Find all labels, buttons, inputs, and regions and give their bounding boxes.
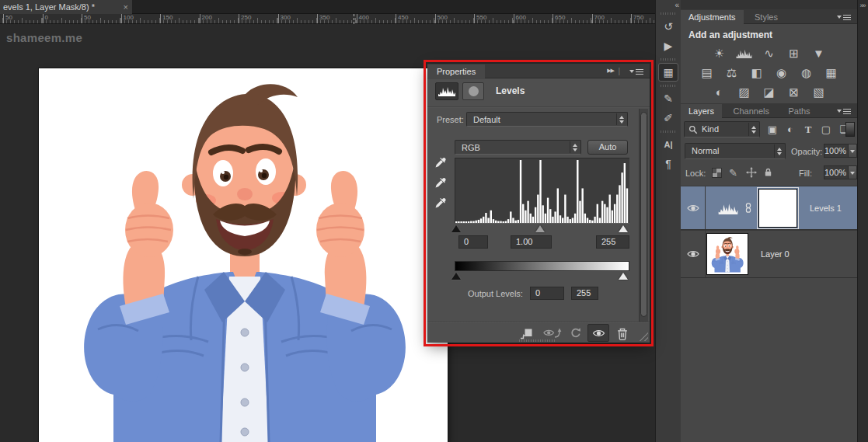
actions-panel-icon[interactable]: ▶	[658, 37, 678, 55]
adjustment-layer-thumbnail[interactable]	[718, 202, 738, 214]
black-white-icon[interactable]: ◧	[748, 66, 765, 79]
canvas[interactable]	[39, 68, 448, 442]
mask-icon[interactable]	[462, 82, 484, 100]
opacity-value[interactable]: 100%	[824, 144, 849, 158]
blend-mode-value: Normal	[692, 146, 719, 155]
brightness-contrast-icon[interactable]: ☀	[711, 47, 727, 60]
panel-group-header	[681, 0, 857, 9]
color-lookup-icon[interactable]: ▦	[823, 66, 839, 79]
white-point-eyedropper-icon[interactable]	[434, 196, 448, 209]
lock-transparency-icon[interactable]	[712, 168, 722, 178]
properties-scrollbar[interactable]	[639, 109, 648, 322]
layer-mask-thumbnail[interactable]	[758, 189, 797, 228]
kind-label: Kind	[702, 124, 719, 134]
eye-icon	[592, 329, 605, 338]
lock-position-icon[interactable]	[746, 167, 757, 178]
horizontal-ruler[interactable]: 5005010015020025030035040045050055060065…	[0, 14, 655, 24]
output-shadow-input[interactable]: 0	[530, 287, 564, 300]
output-shadow-slider[interactable]	[451, 273, 461, 280]
layer-filter-kind-select[interactable]: Kind	[684, 121, 760, 137]
panel-menu-icon[interactable]	[837, 14, 851, 20]
tab-close-icon[interactable]: ×	[124, 0, 128, 14]
blend-mode-select[interactable]: Normal	[685, 143, 786, 159]
document-tab[interactable]: evels 1, Layer Mask/8) * ×	[0, 0, 132, 14]
layers-panel-menu-icon[interactable]	[837, 108, 851, 114]
exposure-icon[interactable]: ⊞	[786, 47, 802, 60]
vibrance-icon[interactable]: ▼	[810, 47, 827, 60]
reset-adjustment-icon[interactable]	[569, 327, 583, 339]
selective-color-icon[interactable]: ▧	[810, 85, 827, 99]
tab-channels[interactable]: Channels	[725, 104, 776, 119]
properties-menu-icon[interactable]	[629, 68, 643, 75]
scrollbar-thumb[interactable]	[640, 112, 647, 317]
gradient-map-icon[interactable]: ⊠	[786, 85, 802, 99]
properties-panel-icon[interactable]: ▦	[658, 63, 678, 82]
gamma-input[interactable]: 1.00	[511, 235, 552, 249]
toggle-visibility-button[interactable]	[587, 324, 609, 342]
gray-point-eyedropper-icon[interactable]	[434, 176, 448, 189]
adjustment-icon-row: ▤⚖◧◉◍▦	[681, 66, 857, 79]
posterize-icon[interactable]: ▨	[736, 85, 752, 99]
levels-icon[interactable]	[736, 47, 752, 60]
collapse-panels-icon[interactable]: «	[656, 0, 681, 9]
shadow-input[interactable]: 0	[458, 235, 488, 249]
tab-layers[interactable]: Layers	[681, 104, 722, 119]
filter-type-layers-icon[interactable]: T	[801, 123, 815, 137]
tab-adjustments[interactable]: Adjustments	[681, 10, 744, 25]
fill-value[interactable]: 100%	[824, 165, 849, 179]
highlight-input[interactable]: 255	[596, 235, 629, 249]
curves-icon[interactable]: ∿	[761, 47, 777, 60]
view-previous-state-icon[interactable]	[542, 327, 563, 339]
opacity-dropdown-icon[interactable]	[848, 144, 857, 158]
preset-select[interactable]: Default	[466, 112, 628, 127]
layer-visibility-eye-icon[interactable]	[681, 186, 706, 229]
layer-filtering-toggle[interactable]	[845, 122, 855, 137]
filter-adjustment-layers-icon[interactable]: ◐	[783, 123, 797, 137]
hue-saturation-icon[interactable]: ▤	[699, 66, 715, 79]
tab-properties[interactable]: Properties	[427, 64, 485, 79]
collapse-panel-icon[interactable]: ▶▶	[607, 68, 614, 74]
history-panel-icon[interactable]: ↺	[658, 17, 678, 36]
lock-pixels-icon[interactable]: ✎	[729, 167, 737, 179]
layer-visibility-eye-icon[interactable]	[681, 231, 706, 277]
tab-bar-divider: |	[618, 67, 620, 75]
filter-pixel-layers-icon[interactable]: ▣	[765, 123, 779, 137]
photo-filter-icon[interactable]: ◉	[773, 66, 790, 79]
layer-row-levels-1[interactable]: Levels 1	[681, 186, 857, 230]
layer-name[interactable]: Levels 1	[810, 204, 842, 213]
search-icon	[688, 125, 698, 134]
channel-mixer-icon[interactable]: ◍	[798, 66, 814, 79]
paragraph-panel-icon[interactable]: ¶	[658, 155, 678, 173]
shadows-slider[interactable]	[451, 225, 461, 232]
filter-shape-layers-icon[interactable]: ▢	[819, 123, 833, 137]
midtones-slider[interactable]	[535, 225, 545, 232]
black-point-eyedropper-icon[interactable]	[434, 155, 448, 169]
channel-select[interactable]: RGB	[455, 140, 581, 155]
brush-presets-panel-icon[interactable]: ✐	[658, 109, 678, 127]
output-highlight-slider[interactable]	[619, 273, 628, 280]
tab-paths[interactable]: Paths	[780, 104, 817, 119]
clip-to-layer-icon[interactable]	[518, 327, 535, 339]
character-panel-icon[interactable]: A|	[658, 135, 678, 154]
highlights-slider[interactable]	[619, 225, 628, 232]
panel-resize-grip[interactable]	[637, 330, 648, 341]
fill-dropdown-icon[interactable]	[848, 165, 857, 179]
layer-thumbnail[interactable]	[706, 233, 748, 275]
brush-panel-icon[interactable]: ✎	[658, 89, 678, 108]
levels-histogram	[455, 158, 629, 224]
output-highlight-input[interactable]: 255	[571, 287, 598, 300]
auto-button[interactable]: Auto	[587, 140, 628, 155]
layer-name[interactable]: Layer 0	[761, 249, 790, 259]
expand-panels-icon[interactable]: »»	[858, 0, 868, 9]
color-balance-icon[interactable]: ⚖	[723, 66, 740, 79]
layer-row-layer-0[interactable]: Layer 0	[681, 230, 857, 278]
grip-handle	[661, 12, 676, 15]
canvas-image-thumbs-up-man	[39, 68, 448, 442]
invert-icon[interactable]: ◐	[711, 85, 727, 99]
threshold-icon[interactable]: ◪	[761, 85, 777, 99]
delete-adjustment-icon[interactable]	[615, 327, 629, 341]
lock-all-icon[interactable]	[763, 167, 773, 177]
mask-link-icon[interactable]	[744, 202, 753, 214]
grip-handle	[661, 58, 676, 61]
tab-styles[interactable]: Styles	[747, 10, 786, 25]
